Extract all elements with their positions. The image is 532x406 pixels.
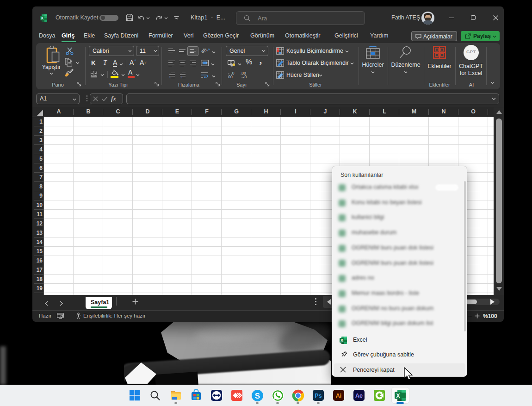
svg-text:X: X	[340, 338, 343, 343]
svg-text:S: S	[255, 392, 260, 400]
svg-text:Ae: Ae	[355, 393, 363, 399]
svg-text:X: X	[41, 16, 43, 20]
svg-text:X: X	[396, 393, 400, 399]
svg-text:Ai: Ai	[336, 393, 342, 399]
svg-text:Ps: Ps	[315, 393, 322, 399]
